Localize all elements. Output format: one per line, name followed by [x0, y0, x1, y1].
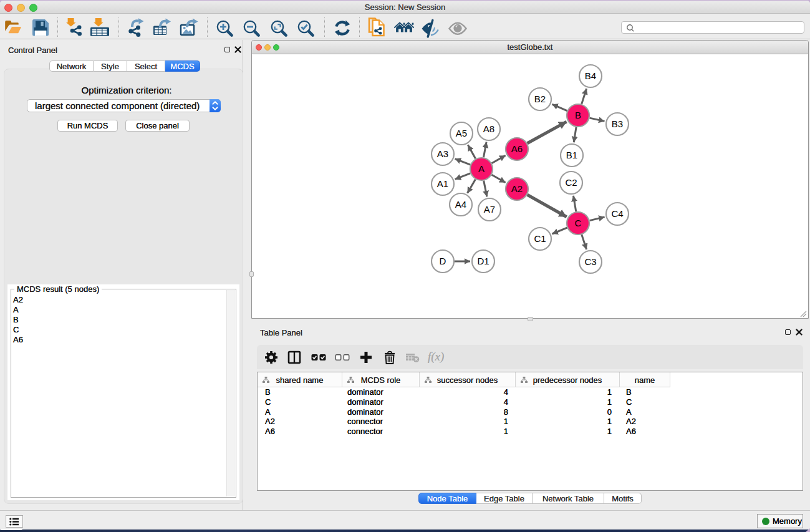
svg-text:C3: C3	[584, 256, 596, 267]
svg-text:B2: B2	[534, 94, 546, 104]
svg-text:C1: C1	[534, 233, 546, 244]
svg-text:C2: C2	[565, 177, 577, 188]
svg-text:A7: A7	[484, 204, 495, 215]
svg-text:C4: C4	[611, 208, 623, 219]
svg-text:D: D	[440, 256, 446, 266]
svg-text:D1: D1	[477, 256, 489, 266]
svg-text:B1: B1	[566, 150, 577, 160]
svg-text:B3: B3	[612, 118, 623, 129]
svg-text:A6: A6	[511, 143, 523, 154]
svg-text:B: B	[575, 110, 581, 120]
svg-text:A4: A4	[455, 199, 466, 210]
svg-text:A1: A1	[437, 178, 448, 189]
svg-text:A8: A8	[483, 123, 494, 134]
svg-text:A5: A5	[456, 128, 467, 138]
svg-text:C: C	[575, 218, 582, 228]
svg-text:A2: A2	[511, 183, 523, 194]
svg-text:A: A	[478, 163, 485, 174]
svg-text:A3: A3	[437, 148, 448, 159]
svg-text:B4: B4	[585, 70, 596, 81]
